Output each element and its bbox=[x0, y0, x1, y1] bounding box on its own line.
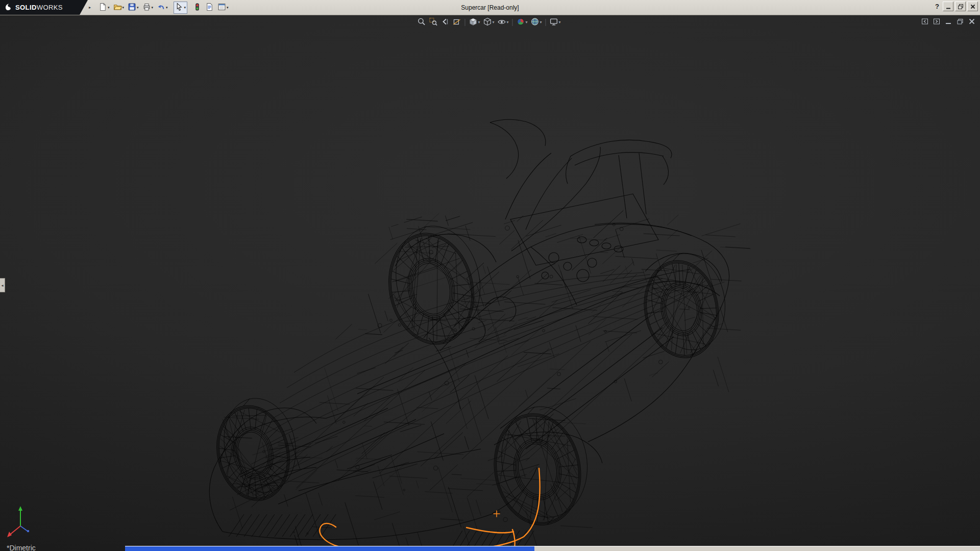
main-toolbar: ▾ ▾ ▾ ▾ ▾ ▾ bbox=[97, 2, 230, 14]
document-window-controls bbox=[921, 17, 976, 27]
dropdown-caret: ▾ bbox=[526, 20, 528, 24]
window-title: Supercar [Read-only] bbox=[461, 4, 519, 11]
zoom-to-area-button[interactable] bbox=[428, 17, 438, 28]
minimize-button[interactable] bbox=[943, 2, 953, 11]
dropdown-caret: ▾ bbox=[227, 6, 229, 9]
print-icon bbox=[142, 3, 151, 13]
file-properties-button[interactable] bbox=[204, 2, 215, 14]
zoom-to-area-icon bbox=[429, 17, 437, 28]
options-button[interactable]: ▾ bbox=[216, 2, 230, 14]
zoom-to-fit-icon bbox=[417, 17, 426, 28]
dropdown-caret: ▾ bbox=[492, 20, 494, 24]
restore-document-button[interactable] bbox=[956, 17, 964, 27]
hide-show-items-button[interactable]: ▾ bbox=[496, 17, 509, 28]
brand-text: SOLIDWORKS bbox=[15, 4, 63, 11]
view-orientation-icon bbox=[469, 17, 477, 28]
undo-button[interactable]: ▾ bbox=[155, 2, 169, 14]
options-icon bbox=[217, 3, 226, 13]
previous-view-button[interactable] bbox=[439, 17, 450, 28]
previous-view-icon bbox=[440, 17, 449, 28]
new-document-icon bbox=[99, 3, 107, 13]
dropdown-caret: ▾ bbox=[137, 6, 139, 9]
dropdown-caret: ▾ bbox=[152, 6, 154, 9]
zoom-to-fit-button[interactable] bbox=[416, 17, 427, 28]
restore-document-icon bbox=[956, 17, 964, 27]
rebuild-button[interactable] bbox=[191, 2, 203, 14]
solidworks-window: SOLIDWORKS ▸ ▾ ▾ ▾ ▾ ▾ bbox=[0, 0, 980, 551]
display-style-icon bbox=[483, 17, 492, 28]
3ds-swirl-icon bbox=[4, 2, 13, 13]
section-view-button[interactable] bbox=[451, 17, 462, 28]
toolbar-separator bbox=[546, 19, 546, 26]
help-button[interactable]: ? bbox=[932, 2, 941, 11]
minimize-document-button[interactable] bbox=[944, 17, 952, 27]
close-button[interactable] bbox=[967, 2, 978, 11]
window-controls: ? bbox=[932, 2, 978, 11]
title-bar: SOLIDWORKS ▸ ▾ ▾ ▾ ▾ ▾ bbox=[0, 0, 980, 15]
close-document-button[interactable] bbox=[968, 17, 976, 27]
solidworks-logo: SOLIDWORKS bbox=[0, 0, 88, 15]
section-view-icon bbox=[452, 17, 461, 28]
display-style-button[interactable]: ▾ bbox=[482, 17, 495, 28]
minimize-document-icon bbox=[944, 17, 952, 27]
select-arrow-icon bbox=[175, 3, 184, 13]
view-orientation-label: *Dimetric bbox=[7, 544, 36, 551]
chassis-clutter bbox=[223, 211, 750, 551]
new-document-button[interactable]: ▾ bbox=[97, 2, 111, 14]
save-icon bbox=[128, 3, 136, 13]
print-button[interactable]: ▾ bbox=[141, 2, 155, 14]
dropdown-caret: ▾ bbox=[184, 6, 186, 9]
status-progress-segment bbox=[125, 546, 534, 551]
view-settings-icon bbox=[550, 17, 558, 28]
edit-appearance-icon bbox=[517, 17, 525, 28]
toolbar-separator bbox=[464, 19, 465, 26]
close-document-icon bbox=[968, 17, 976, 27]
hide-show-items-icon bbox=[497, 17, 506, 28]
save-button[interactable]: ▾ bbox=[126, 2, 140, 14]
dropdown-caret: ▾ bbox=[540, 20, 542, 24]
heads-up-toolbar: ▾ ▾ ▾ ▾ ▾ ▾ bbox=[416, 17, 561, 28]
panel-splitter-tab[interactable]: ◂ bbox=[0, 278, 5, 292]
dropdown-caret: ▾ bbox=[122, 6, 125, 9]
file-properties-icon bbox=[205, 3, 214, 13]
dropdown-caret: ▾ bbox=[478, 20, 480, 24]
view-orientation-button[interactable]: ▾ bbox=[468, 17, 481, 28]
open-button[interactable]: ▾ bbox=[112, 2, 126, 14]
orientation-triad[interactable] bbox=[5, 504, 38, 541]
dropdown-caret: ▾ bbox=[166, 6, 168, 9]
dock-pane-left-icon bbox=[921, 17, 929, 27]
dock-pane-right-button[interactable] bbox=[933, 17, 941, 27]
restore-button[interactable] bbox=[955, 2, 966, 11]
open-icon bbox=[113, 3, 122, 13]
rebuild-traffic-light-icon bbox=[193, 3, 202, 13]
apply-scene-button[interactable]: ▾ bbox=[530, 17, 543, 28]
dock-pane-left-button[interactable] bbox=[921, 17, 929, 27]
menu-flyout-arrow[interactable]: ▸ bbox=[89, 5, 93, 10]
dropdown-caret: ▾ bbox=[108, 6, 110, 9]
apply-scene-icon bbox=[531, 17, 540, 28]
dropdown-caret: ▾ bbox=[559, 20, 561, 24]
dock-pane-right-icon bbox=[933, 17, 941, 27]
toolbar-separator bbox=[512, 19, 513, 26]
select-tool-button[interactable]: ▾ bbox=[174, 2, 188, 14]
car-wireframe-model[interactable] bbox=[0, 15, 980, 551]
view-settings-button[interactable]: ▾ bbox=[549, 17, 562, 28]
edit-appearance-button[interactable]: ▾ bbox=[516, 17, 529, 28]
status-bar bbox=[125, 546, 980, 551]
undo-icon bbox=[157, 3, 165, 13]
dropdown-caret: ▾ bbox=[506, 20, 508, 24]
graphics-viewport[interactable]: ▾ ▾ ▾ ▾ ▾ ▾ ◂ bbox=[0, 15, 980, 551]
